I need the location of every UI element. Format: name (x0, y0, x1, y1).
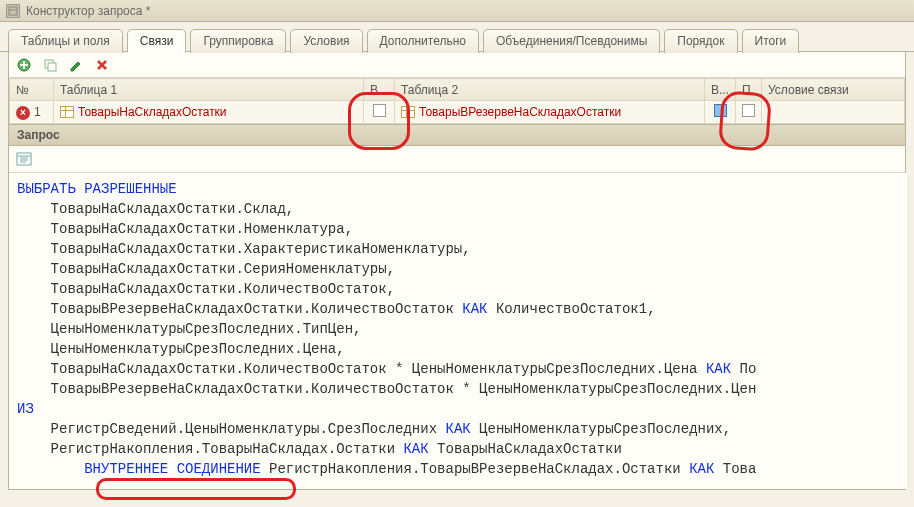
cell-v2[interactable] (705, 101, 736, 124)
tab-links[interactable]: Связи (127, 29, 187, 53)
cell-p[interactable] (736, 101, 762, 124)
cell-num[interactable]: ×1 (10, 101, 54, 124)
edit-icon[interactable] (67, 56, 85, 74)
checkbox-v2[interactable] (714, 104, 727, 117)
links-panel: № Таблица 1 В... Таблица 2 В... П. Услов… (8, 52, 906, 490)
error-icon: × (16, 106, 30, 120)
table-icon (60, 106, 74, 118)
add-icon[interactable] (15, 56, 33, 74)
cell-condition[interactable] (762, 101, 905, 124)
window-titlebar: Конструктор запроса * (0, 0, 914, 22)
svg-rect-0 (9, 7, 17, 15)
checkbox-v1[interactable] (373, 104, 386, 117)
tab-tables-fields[interactable]: Таблицы и поля (8, 29, 123, 53)
table-row[interactable]: ×1 ТоварыНаСкладахОстатки ТоварыВРезерве… (10, 101, 905, 124)
query-toolbar (9, 146, 905, 173)
tab-totals[interactable]: Итоги (742, 29, 800, 53)
svg-rect-9 (17, 153, 31, 165)
col-header-v2[interactable]: В... (705, 79, 736, 101)
col-header-v1[interactable]: В... (364, 79, 395, 101)
tab-unions-aliases[interactable]: Объединения/Псевдонимы (483, 29, 660, 53)
table-icon (401, 106, 415, 118)
checkbox-p[interactable] (742, 104, 755, 117)
cell-table1[interactable]: ТоварыНаСкладахОстатки (54, 101, 364, 124)
window-title: Конструктор запроса * (26, 4, 150, 18)
delete-icon[interactable] (93, 56, 111, 74)
copy-icon[interactable] (41, 56, 59, 74)
col-header-p[interactable]: П. (736, 79, 762, 101)
links-toolbar (9, 52, 905, 78)
col-header-condition[interactable]: Условие связи (762, 79, 905, 101)
col-header-table1[interactable]: Таблица 1 (54, 79, 364, 101)
tab-additional[interactable]: Дополнительно (367, 29, 479, 53)
col-header-num[interactable]: № (10, 79, 54, 101)
tab-grouping[interactable]: Группировка (190, 29, 286, 53)
cell-v1[interactable] (364, 101, 395, 124)
tab-strip: Таблицы и поля Связи Группировка Условия… (0, 22, 914, 52)
cell-table2[interactable]: ТоварыВРезервеНаСкладахОстатки (395, 101, 705, 124)
tab-conditions[interactable]: Условия (290, 29, 362, 53)
query-text[interactable]: ВЫБРАТЬ РАЗРЕШЕННЫЕ ТоварыНаСкладахОстат… (9, 173, 907, 489)
svg-rect-6 (48, 63, 56, 71)
view-query-icon[interactable] (15, 150, 33, 168)
section-query-label: Запрос (9, 124, 905, 146)
col-header-table2[interactable]: Таблица 2 (395, 79, 705, 101)
window-icon (6, 4, 20, 18)
links-table[interactable]: № Таблица 1 В... Таблица 2 В... П. Услов… (9, 78, 905, 124)
tab-order[interactable]: Порядок (664, 29, 737, 53)
